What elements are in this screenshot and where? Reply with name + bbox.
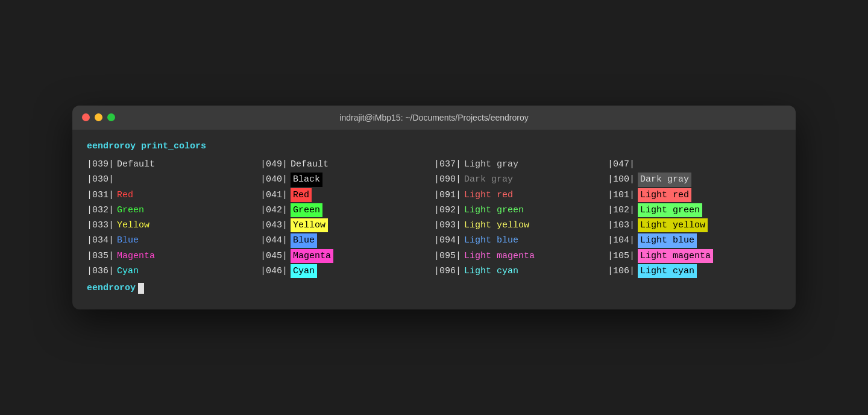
table-row: |041|Red [260, 188, 434, 203]
color-code: |043| [260, 218, 291, 232]
cursor [138, 283, 144, 294]
color-label: Red [291, 188, 312, 202]
next-prompt: eendroroy [87, 281, 781, 295]
color-label: Cyan [117, 264, 139, 278]
color-code: |095| [434, 249, 464, 263]
color-code: |035| [87, 249, 117, 263]
color-code: |034| [87, 233, 117, 247]
color-label: Yellow [117, 218, 149, 232]
table-row: |092|Light green [434, 203, 608, 218]
table-row: |101|Light red [608, 188, 781, 203]
column-3: |047||100|Dark gray|101|Light red|102|Li… [608, 157, 781, 279]
table-row: |045|Magenta [260, 249, 434, 264]
table-row: |039|Default [87, 157, 260, 172]
color-code: |039| [87, 157, 117, 171]
table-row: |093|Light yellow [434, 218, 608, 233]
table-row: |042|Green [260, 203, 434, 218]
color-code: |041| [260, 188, 291, 202]
color-label: Light green [638, 203, 702, 217]
window-title: indrajit@iMbp15: ~/Documents/Projects/ee… [339, 113, 528, 122]
color-label: Cyan [291, 264, 317, 278]
color-label: Default [291, 157, 329, 171]
maximize-button[interactable] [107, 113, 115, 121]
color-code: |091| [434, 188, 464, 202]
color-code: |104| [608, 233, 638, 247]
color-code: |101| [608, 188, 638, 202]
table-row: |040|Black [260, 172, 434, 187]
table-row: |037|Light gray [434, 157, 608, 172]
terminal-window: indrajit@iMbp15: ~/Documents/Projects/ee… [72, 106, 796, 310]
color-label: Magenta [291, 249, 333, 263]
color-code: |103| [608, 218, 638, 232]
table-row: |032|Green [87, 203, 260, 218]
color-label: Light gray [464, 157, 518, 171]
traffic-lights [82, 113, 115, 121]
color-label: Light yellow [464, 218, 529, 232]
color-label: Light blue [464, 233, 518, 247]
table-row: |036|Cyan [87, 264, 260, 279]
color-table: |039|Default|030||031|Red|032|Green|033|… [87, 157, 781, 279]
color-label: Light magenta [464, 249, 535, 263]
color-code: |037| [434, 157, 464, 171]
color-label: Blue [291, 233, 317, 247]
color-code: |049| [260, 157, 291, 171]
color-code: |093| [434, 218, 464, 232]
table-row: |044|Blue [260, 233, 434, 248]
color-label: Default [117, 157, 155, 171]
table-row: |103|Light yellow [608, 218, 781, 233]
color-code: |094| [434, 233, 464, 247]
color-code: |042| [260, 203, 291, 217]
table-row: |030| [87, 172, 260, 187]
color-code: |102| [608, 203, 638, 217]
color-code: |106| [608, 264, 638, 278]
minimize-button[interactable] [95, 113, 102, 121]
titlebar: indrajit@iMbp15: ~/Documents/Projects/ee… [72, 106, 796, 130]
color-label: Yellow [291, 218, 328, 232]
color-label: Red [117, 188, 133, 202]
close-button[interactable] [82, 113, 90, 121]
color-code: |090| [434, 173, 464, 186]
color-label: Light red [464, 188, 513, 202]
color-code: |047| [608, 157, 638, 171]
color-code: |033| [87, 218, 117, 232]
table-row: |043|Yellow [260, 218, 434, 233]
color-label: Light red [638, 188, 691, 202]
color-label: Blue [117, 233, 139, 247]
color-code: |040| [260, 173, 291, 186]
color-code: |031| [87, 188, 117, 202]
color-label: Green [117, 203, 144, 217]
color-label: Light magenta [638, 249, 713, 263]
color-code: |032| [87, 203, 117, 217]
color-code: |100| [608, 173, 638, 186]
table-row: |033|Yellow [87, 218, 260, 233]
table-row: |034|Blue [87, 233, 260, 248]
column-1: |049|Default|040|Black|041|Red|042|Green… [260, 157, 434, 279]
color-label: Light cyan [464, 264, 518, 278]
color-label: Light yellow [638, 218, 708, 232]
color-label: Light blue [638, 233, 697, 247]
color-code: |030| [87, 173, 117, 186]
color-code: |045| [260, 249, 291, 263]
color-code: |092| [434, 203, 464, 217]
color-label: Dark gray [638, 173, 691, 186]
color-code: |046| [260, 264, 291, 278]
table-row: |102|Light green [608, 203, 781, 218]
table-row: |031|Red [87, 188, 260, 203]
color-code: |096| [434, 264, 464, 278]
color-code: |044| [260, 233, 291, 247]
table-row: |047| [608, 157, 781, 172]
color-label: Light green [464, 203, 524, 217]
color-label: Black [291, 173, 322, 186]
color-label: Dark gray [464, 173, 513, 186]
table-row: |094|Light blue [434, 233, 608, 248]
table-row: |090|Dark gray [434, 172, 608, 187]
color-code: |105| [608, 249, 638, 263]
column-2: |037|Light gray|090|Dark gray|091|Light … [434, 157, 608, 279]
column-0: |039|Default|030||031|Red|032|Green|033|… [87, 157, 260, 279]
command-line: eendroroy print_colors [87, 139, 781, 153]
terminal-body: eendroroy print_colors |039|Default|030|… [72, 130, 796, 310]
table-row: |046|Cyan [260, 264, 434, 279]
color-label: Magenta [117, 249, 155, 263]
table-row: |106|Light cyan [608, 264, 781, 279]
table-row: |105|Light magenta [608, 249, 781, 264]
